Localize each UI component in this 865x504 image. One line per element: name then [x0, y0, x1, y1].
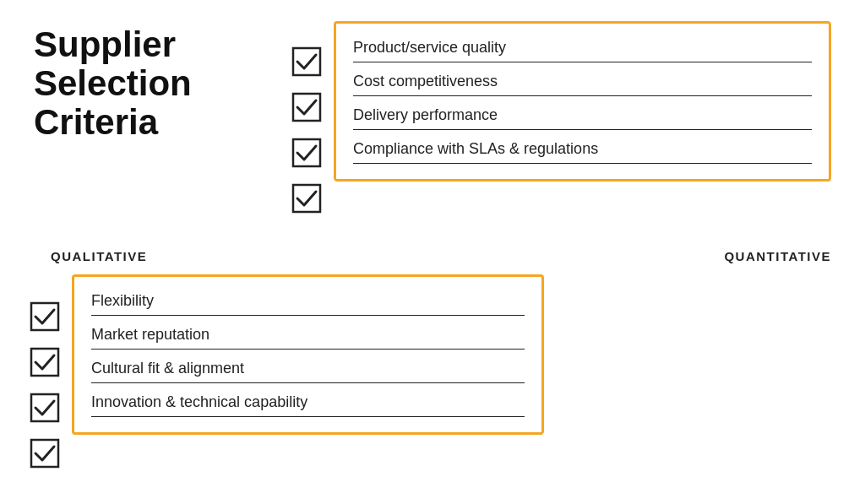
- quantitative-checkboxes: [291, 46, 322, 214]
- quantitative-label: QUANTITATIVE: [724, 249, 831, 263]
- qualitative-label: QUALITATIVE: [51, 249, 147, 263]
- checkbox-icon-2: [291, 92, 322, 122]
- qual-item-2: Market reputation: [91, 321, 525, 355]
- checkbox-icon-3: [291, 138, 322, 168]
- quant-item-1: Product/service quality: [353, 34, 812, 68]
- checkbox-icon-5: [30, 301, 60, 332]
- qual-item-4-text: Innovation & technical capability: [91, 393, 525, 417]
- checkbox-icon-4: [291, 183, 322, 214]
- quantitative-box: Product/service quality Cost competitive…: [334, 21, 831, 182]
- qual-item-2-text: Market reputation: [91, 326, 525, 350]
- qual-item-1: Flexibility: [91, 287, 525, 321]
- qualitative-checkboxes: [30, 301, 60, 469]
- quant-item-4: Compliance with SLAs & regulations: [353, 135, 812, 169]
- checkbox-icon-7: [30, 393, 60, 423]
- quant-item-4-text: Compliance with SLAs & regulations: [353, 140, 812, 164]
- checkbox-icon-8: [30, 438, 60, 469]
- quant-item-3-text: Delivery performance: [353, 106, 812, 130]
- quant-item-2: Cost competitiveness: [353, 68, 812, 101]
- checkbox-icon-1: [291, 46, 322, 77]
- qual-item-3-text: Cultural fit & alignment: [91, 360, 525, 383]
- qual-item-3: Cultural fit & alignment: [91, 355, 525, 388]
- checkbox-icon-6: [30, 347, 60, 377]
- qual-item-1-text: Flexibility: [91, 292, 525, 316]
- quant-item-1-text: Product/service quality: [353, 39, 812, 62]
- qualitative-box: Flexibility Market reputation Cultural f…: [72, 274, 544, 435]
- quant-item-2-text: Cost competitiveness: [353, 73, 812, 96]
- quant-item-3: Delivery performance: [353, 101, 812, 135]
- page: Supplier Selection Criteria QUALITATIVE …: [0, 0, 865, 504]
- qual-item-4: Innovation & technical capability: [91, 388, 525, 422]
- page-title: Supplier Selection Criteria: [34, 25, 192, 143]
